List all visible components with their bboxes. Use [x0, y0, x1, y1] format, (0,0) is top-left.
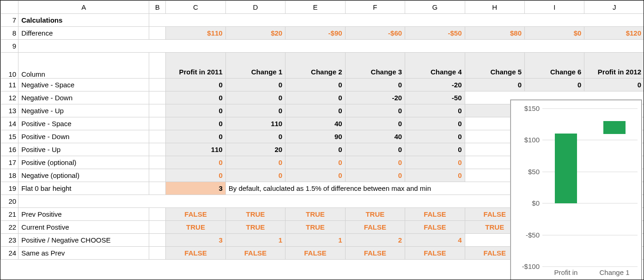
cell-A12[interactable]: Negative - Down — [18, 91, 149, 104]
ytick-n50: -$50 — [526, 231, 540, 239]
col-hdr-J[interactable]: J — [584, 1, 644, 14]
cell-G10[interactable]: Change 4 — [405, 53, 465, 79]
cell-J8[interactable]: $120 — [584, 27, 644, 40]
xcat-1: Change 1 — [599, 268, 629, 276]
cell-I10[interactable]: Change 6 — [524, 53, 584, 79]
cell-A18[interactable]: Negative (optional) — [18, 169, 149, 182]
ytick-n100: -$100 — [522, 262, 540, 270]
cell-A21[interactable]: Prev Positive — [18, 208, 149, 221]
col-hdr-H[interactable]: H — [465, 1, 524, 14]
col-hdr-D[interactable]: D — [225, 1, 285, 14]
cell-I8[interactable]: $0 — [524, 27, 584, 40]
ytick-100: $100 — [524, 136, 540, 144]
cell-A7[interactable]: Calculations — [18, 14, 149, 27]
cell-E8[interactable]: -$90 — [286, 27, 345, 40]
cell-C10[interactable]: Profit in 2011 — [166, 53, 225, 79]
ytick-0: $0 — [532, 199, 540, 207]
col-hdr-C[interactable]: C — [166, 1, 225, 14]
cell-A22[interactable]: Current Postive — [18, 221, 149, 234]
cell-A17[interactable]: Positive (optional) — [18, 156, 149, 169]
cell-C8[interactable]: $110 — [166, 27, 225, 40]
ytick-150: $150 — [524, 104, 540, 112]
cell-C19[interactable]: 3 — [166, 182, 225, 195]
cell-J10[interactable]: Profit in 2012 — [584, 53, 644, 79]
row-hdr-8[interactable]: 8 — [1, 27, 18, 40]
cell-G8[interactable]: -$50 — [405, 27, 465, 40]
cell-empty-7[interactable] — [149, 14, 644, 27]
col-hdr-B[interactable]: B — [149, 1, 166, 14]
col-hdr-I[interactable]: I — [524, 1, 584, 14]
cell-A10[interactable]: Column — [18, 53, 149, 79]
cell-A15[interactable]: Positive - Down — [18, 130, 149, 143]
cell-A14[interactable]: Positive - Space — [18, 117, 149, 130]
waterfall-chart[interactable]: $150 $100 $50 $0 -$50 -$100 Profit in Ch… — [510, 100, 642, 280]
ytick-50: $50 — [528, 168, 540, 176]
cell-H8[interactable]: $80 — [465, 27, 524, 40]
col-hdr-E[interactable]: E — [286, 1, 345, 14]
cell-A13[interactable]: Negative - Up — [18, 104, 149, 117]
cell-F8[interactable]: -$60 — [345, 27, 405, 40]
col-hdr-F[interactable]: F — [345, 1, 405, 14]
cell-A16[interactable]: Positive - Up — [18, 143, 149, 156]
col-hdr-A[interactable]: A — [18, 1, 149, 14]
cell-A23[interactable]: Positive / Negative CHOOSE — [18, 234, 149, 247]
cell-D10[interactable]: Change 1 — [225, 53, 285, 79]
xcat-0: Profit in — [554, 268, 578, 276]
row-hdr-7[interactable]: 7 — [1, 14, 18, 27]
col-hdr-G[interactable]: G — [405, 1, 465, 14]
cell-E10[interactable]: Change 2 — [286, 53, 345, 79]
bar-profit-2011 — [555, 134, 577, 203]
cell-A19[interactable]: Flat 0 bar height — [18, 182, 149, 195]
bar-change-1 — [603, 121, 626, 134]
chart-svg: $150 $100 $50 $0 -$50 -$100 Profit in Ch… — [511, 100, 642, 280]
cell-A8[interactable]: Difference — [18, 27, 149, 40]
cell-A24[interactable]: Same as Prev — [18, 247, 149, 260]
cell-D8[interactable]: $20 — [225, 27, 285, 40]
row-hdr-9[interactable]: 9 — [1, 40, 18, 53]
cell-A11[interactable]: Negative - Space — [18, 79, 149, 91]
row-hdr-10[interactable]: 10 — [1, 53, 18, 79]
cell-H10[interactable]: Change 5 — [465, 53, 524, 79]
corner-cell[interactable] — [1, 1, 18, 14]
column-header-row: A B C D E F G H I J — [1, 1, 644, 14]
cell-F10[interactable]: Change 3 — [345, 53, 405, 79]
